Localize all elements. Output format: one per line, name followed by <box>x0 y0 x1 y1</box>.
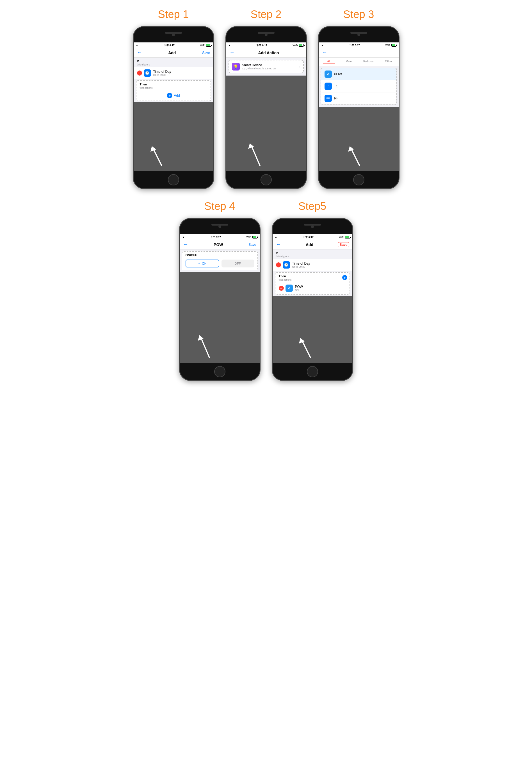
step2-wifi-icon: WiFi <box>293 44 298 46</box>
step5-minus-trigger-btn[interactable]: − <box>276 262 281 267</box>
iphone1-home-btn[interactable] <box>168 174 179 186</box>
step2-nav-bar: ← Add Action <box>226 48 306 58</box>
step2-back-btn[interactable]: ← <box>230 50 235 56</box>
svg-marker-3 <box>198 335 204 341</box>
step4-battery-icon <box>252 236 257 238</box>
iphone5-bezel-bottom <box>273 363 352 380</box>
step5-time: 下午 6:17 <box>303 235 313 239</box>
iphone5-home-btn[interactable] <box>307 366 318 377</box>
step3-screen: ▲ 下午 6:17 WiFi ← All Main B <box>319 42 399 172</box>
step1-add-btn-row[interactable]: + Add <box>136 91 211 101</box>
step4-screen: ▲ 下午 6:17 WiFi ← POW Save ON/OFF <box>180 234 260 363</box>
step5-trigger-row: − 🕐 Time of Day Once 09:30 <box>273 259 352 271</box>
step1-trigger-title: Time of Day <box>153 70 210 74</box>
step5-col: Step5 ▲ 下午 6:17 WiFi ← Add Save <box>272 200 353 381</box>
step5-then-dashed: Then that actions + − ⊙ POW ON <box>275 272 350 295</box>
step3-tab-other[interactable]: Other <box>379 60 399 64</box>
step4-nav-title: POW <box>214 242 223 247</box>
step4-onoff-area: ON/OFF ✓ ON OFF <box>182 251 258 270</box>
step5-battery-icon <box>345 236 350 238</box>
step5-add-float-btn[interactable]: + <box>342 275 347 280</box>
step5-right-icons: WiFi <box>339 236 350 238</box>
step1-save-btn[interactable]: Save <box>202 51 210 55</box>
iphone3-camera <box>357 33 360 36</box>
iphone3-home-btn[interactable] <box>353 174 364 186</box>
step5-nav-bar: ← Add Save <box>273 240 352 249</box>
step1-add-label[interactable]: Add <box>174 94 180 98</box>
step1-nav-bar: ← Add Save <box>134 48 213 58</box>
step5-save-btn[interactable]: Save <box>338 242 349 247</box>
step3-label: Step 3 <box>343 8 374 20</box>
step4-check-icon: ✓ <box>198 261 201 265</box>
step3-status-bar: ▲ 下午 6:17 WiFi <box>319 42 399 48</box>
step5-then-sub: that actions <box>275 279 350 282</box>
iphone2-speaker <box>258 32 275 34</box>
steps-row-2: Step 4 ▲ 下午 6:17 WiFi ← POW Save <box>6 200 526 381</box>
step5-nav-title: Add <box>306 242 313 247</box>
step5-back-btn[interactable]: ← <box>276 242 281 247</box>
step3-col: Step 3 ▲ 下午 6:17 WiFi ← <box>318 8 399 189</box>
step4-iphone: ▲ 下午 6:17 WiFi ← POW Save ON/OFF <box>179 218 261 381</box>
step4-off-btn[interactable]: OFF <box>222 259 254 267</box>
step1-arrow-svg <box>145 143 167 169</box>
iphone1-bezel-top <box>134 27 213 42</box>
step3-arrow-svg <box>344 143 367 169</box>
step1-back-btn[interactable]: ← <box>137 50 142 56</box>
step1-screen: ▲ 下午 6:17 WiFi ← Add Save If this trigge… <box>134 42 213 172</box>
step3-nav-bar: ← <box>319 48 399 58</box>
step4-status-bar: ▲ 下午 6:17 WiFi <box>180 234 260 240</box>
step3-tab-bedroom[interactable]: Bedroom <box>359 60 379 64</box>
iphone4-home-btn[interactable] <box>214 366 226 377</box>
step3-device-pow[interactable]: ⊙ POW <box>321 68 396 80</box>
step1-add-circle-icon: + <box>167 93 172 98</box>
iphone2-home-btn[interactable] <box>261 174 272 186</box>
step1-annotation-wrap <box>134 102 213 172</box>
step4-save-btn[interactable]: Save <box>248 243 256 247</box>
step4-onoff-row: ✓ ON OFF <box>182 257 257 270</box>
step5-action-text: POW ON <box>295 285 346 292</box>
step2-nav-title: Add Action <box>258 50 279 55</box>
step3-tab-all[interactable]: All <box>319 60 339 64</box>
step2-smart-device-row[interactable]: 💡 Smart Device e.g., when the AC is turn… <box>229 61 303 73</box>
step5-if-sub: this triggers <box>273 255 352 259</box>
step3-tab-bar: All Main Bedroom Other <box>319 58 399 66</box>
step3-back-btn[interactable]: ← <box>322 50 327 56</box>
step2-smart-device-title: Smart Device <box>242 63 299 67</box>
step1-label: Step 1 <box>158 8 189 20</box>
step5-action-sub: ON <box>295 289 346 292</box>
step4-on-btn[interactable]: ✓ ON <box>185 259 219 267</box>
step1-minus-btn[interactable]: − <box>137 71 142 76</box>
step4-back-btn[interactable]: ← <box>183 242 188 247</box>
iphone1-camera <box>172 33 175 36</box>
step2-status-bar: ▲ 下午 6:17 WiFi <box>226 42 306 48</box>
step3-device-rf[interactable]: RF RF <box>321 92 396 105</box>
step3-t1-icon: T1 <box>324 83 332 90</box>
step4-time: 下午 6:17 <box>210 235 221 239</box>
step3-rf-icon: RF <box>324 95 332 102</box>
step5-action-title: POW <box>295 285 346 289</box>
step3-device-t1[interactable]: T1 T1 <box>321 80 396 92</box>
iphone3-bezel-top <box>319 27 399 42</box>
step3-time: 下午 6:17 <box>349 43 360 47</box>
step1-signal-icon: ▲ <box>136 44 138 46</box>
step5-trigger-text: Time of Day Once 09:30 <box>292 261 349 268</box>
step2-right-icons: WiFi <box>293 44 304 46</box>
iphone5-camera <box>311 225 314 228</box>
step2-smart-device-icon: 💡 <box>232 63 240 71</box>
step5-annotation-wrap <box>273 296 352 363</box>
step1-trigger-sub: Once 09:30 <box>153 74 210 77</box>
step3-wifi-icon: WiFi <box>385 44 391 46</box>
iphone3-speaker <box>350 32 367 34</box>
step2-arrow-svg <box>243 140 266 169</box>
step3-tab-main[interactable]: Main <box>339 60 359 64</box>
step1-status-bar: ▲ 下午 6:17 WiFi <box>134 42 213 48</box>
step5-minus-action-btn[interactable]: − <box>279 286 284 291</box>
step2-signal-icon: ▲ <box>229 44 231 46</box>
svg-marker-2 <box>348 146 354 152</box>
step1-nav-title: Add <box>168 50 176 55</box>
svg-marker-4 <box>299 338 305 344</box>
step3-pow-icon: ⊙ <box>324 71 332 78</box>
step1-if-header: If <box>134 58 213 63</box>
step3-signal-icon: ▲ <box>321 44 324 46</box>
iphone5-speaker <box>304 224 321 226</box>
